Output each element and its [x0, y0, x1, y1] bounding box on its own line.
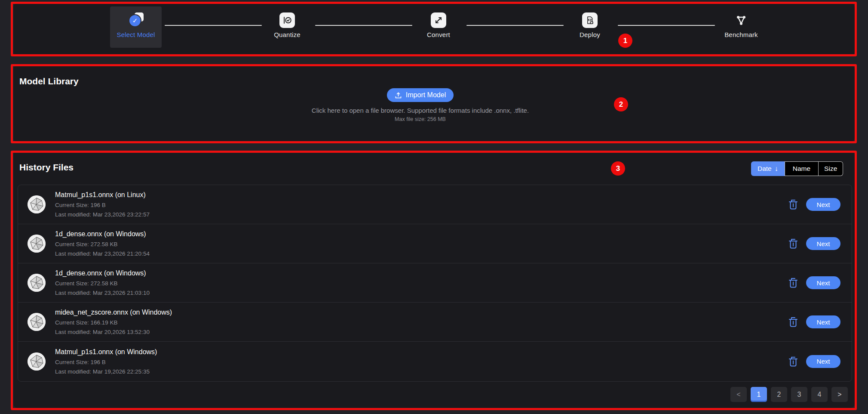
next-button[interactable]: Next: [806, 276, 840, 289]
file-size: Current Size: 196 B: [55, 359, 157, 365]
step-label: Convert: [427, 31, 450, 38]
file-row: Matmul_p1s1.onnx (on Windows) Current Si…: [18, 342, 852, 381]
model-library-title: Model Library: [19, 76, 79, 87]
step-label: Quantize: [274, 31, 301, 38]
file-modified: Last modified: Mar 23,2026 21:20:54: [55, 250, 150, 257]
stepper-card: ✓ Select Model Quantize Convert: [13, 3, 855, 56]
file-name: midea_net_zscore.onnx (on Windows): [55, 309, 172, 316]
triangle-nodes-icon: [733, 12, 749, 28]
step-deploy[interactable]: Deploy: [560, 12, 620, 38]
history-files-title: History Files: [19, 162, 74, 173]
next-button[interactable]: Next: [806, 355, 840, 368]
sort-by-name-button[interactable]: Name: [785, 161, 819, 176]
pagination-next-button[interactable]: >: [831, 387, 848, 402]
delete-button[interactable]: [788, 199, 798, 210]
file-row: 1d_dense.onnx (on Windows) Current Size:…: [18, 224, 852, 263]
step-connector: [618, 25, 715, 26]
trash-icon: [788, 316, 798, 327]
step-label: Benchmark: [724, 31, 758, 38]
file-modified: Last modified: Mar 23,2026 23:22:57: [55, 211, 150, 218]
trash-icon: [788, 356, 798, 367]
trash-icon: [788, 277, 798, 288]
file-name: 1d_dense.onnx (on Windows): [55, 269, 150, 277]
file-size: Current Size: 196 B: [55, 202, 150, 208]
delete-button[interactable]: [788, 238, 798, 249]
pagination: < 1 2 3 4 >: [730, 387, 848, 402]
swap-arrows-icon: [431, 12, 446, 28]
chevron-left-icon: <: [736, 391, 740, 399]
file-row: 1d_dense.onnx (on Windows) Current Size:…: [18, 263, 852, 303]
pagination-page-1[interactable]: 1: [751, 387, 767, 402]
file-size: Current Size: 272.58 KB: [55, 241, 150, 247]
code-file-icon: [582, 12, 598, 28]
step-connector: [165, 25, 262, 26]
next-button[interactable]: Next: [806, 198, 840, 211]
history-files-card: History Files Date ↓ Name Size: [13, 151, 855, 408]
chevron-right-icon: >: [837, 391, 841, 399]
model-library-card: Model Library Import Model Click here to…: [13, 65, 855, 142]
delete-button[interactable]: [788, 356, 798, 367]
onnx-model-icon: [28, 313, 46, 331]
trash-icon: [788, 238, 798, 249]
file-row: midea_net_zscore.onnx (on Windows) Curre…: [18, 303, 852, 342]
onnx-model-icon: [28, 235, 46, 253]
step-select-model[interactable]: ✓ Select Model: [106, 12, 166, 38]
sort-date-label: Date: [758, 165, 772, 173]
gauge-icon: [279, 12, 295, 28]
arrow-down-icon: ↓: [775, 165, 778, 173]
file-name: Matmul_p1s1.onnx (on Linux): [55, 191, 150, 199]
sort-by-size-button[interactable]: Size: [819, 161, 843, 176]
step-label: Select Model: [117, 31, 155, 38]
pagination-page-3[interactable]: 3: [791, 387, 807, 402]
max-file-size-note: Max file size: 256 MB: [13, 116, 827, 122]
step-connector: [315, 25, 412, 26]
onnx-model-icon: [28, 195, 46, 213]
file-row: Matmul_p1s1.onnx (on Linux) Current Size…: [18, 185, 852, 224]
file-name: 1d_dense.onnx (on Windows): [55, 230, 150, 238]
file-modified: Last modified: Mar 19,2026 22:25:35: [55, 368, 157, 375]
step-convert[interactable]: Convert: [408, 12, 469, 38]
sort-by-date-button[interactable]: Date ↓: [751, 161, 785, 176]
step-label: Deploy: [580, 31, 600, 38]
onnx-model-icon: [28, 274, 46, 292]
step-quantize[interactable]: Quantize: [257, 12, 317, 38]
next-button[interactable]: Next: [806, 237, 840, 250]
delete-button[interactable]: [788, 316, 798, 327]
file-size: Current Size: 166.19 KB: [55, 319, 172, 326]
file-size: Current Size: 272.58 KB: [55, 280, 150, 287]
delete-button[interactable]: [788, 277, 798, 288]
onnx-model-icon: [28, 352, 46, 371]
import-model-button[interactable]: Import Model: [387, 88, 454, 102]
upload-icon: [395, 92, 402, 99]
step-benchmark[interactable]: Benchmark: [711, 12, 771, 38]
pagination-page-4[interactable]: 4: [811, 387, 828, 402]
import-model-label: Import Model: [406, 91, 446, 99]
pagination-prev-button[interactable]: <: [730, 387, 747, 402]
pages-check-icon: ✓: [128, 12, 144, 28]
import-description[interactable]: Click here to open a file browser. Suppo…: [13, 107, 827, 114]
next-button[interactable]: Next: [806, 315, 840, 328]
file-modified: Last modified: Mar 23,2026 21:03:10: [55, 290, 150, 296]
pagination-page-2[interactable]: 2: [771, 387, 787, 402]
step-connector: [466, 25, 564, 26]
trash-icon: [788, 199, 798, 210]
file-modified: Last modified: Mar 20,2026 13:52:30: [55, 329, 172, 335]
file-name: Matmul_p1s1.onnx (on Windows): [55, 348, 157, 356]
sort-button-group: Date ↓ Name Size: [751, 161, 843, 176]
history-file-list: Matmul_p1s1.onnx (on Linux) Current Size…: [18, 185, 852, 382]
